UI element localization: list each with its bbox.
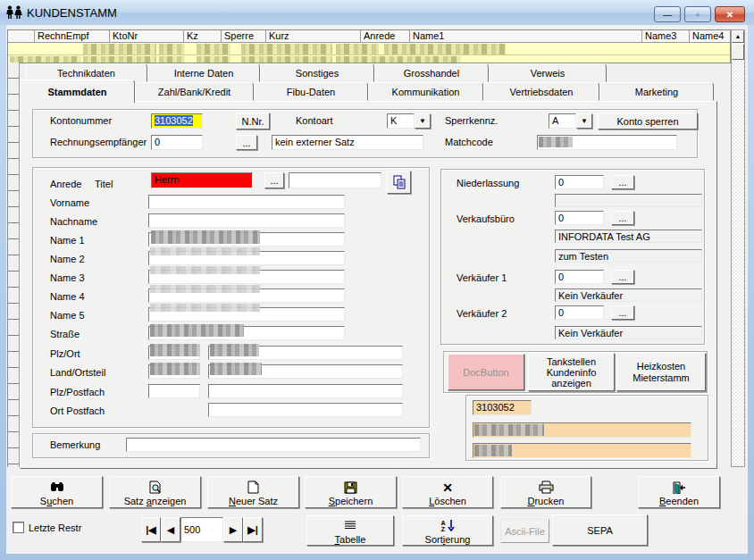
tab-vertriebsdaten[interactable]: Vertriebsdaten — [483, 82, 599, 101]
scrollbar-thumb[interactable] — [732, 44, 744, 60]
anrede-browse-button[interactable]: ... — [264, 172, 284, 188]
title-bar[interactable]: KUNDENSTAMM — ▫ ✕ — [0, 0, 754, 25]
name1-label: Name 1 — [50, 235, 85, 246]
tab-interne-daten[interactable]: Interne Daten — [147, 63, 260, 82]
sepa-button[interactable]: SEPA — [552, 514, 648, 546]
heizkosten-mieterstamm-button[interactable]: Heizkosten Mieterstamm — [616, 353, 706, 391]
sperrkennz-dropdown-button[interactable]: ▼ — [576, 113, 592, 129]
nav-last-button[interactable]: ▶| — [243, 517, 263, 542]
copy-address-button[interactable] — [387, 171, 411, 194]
tab-kommunikation[interactable]: Kommunikation — [368, 82, 483, 101]
verkaeufer2-browse-button[interactable]: ... — [611, 305, 634, 320]
redacted-ort — [210, 344, 259, 356]
grid-col-kurz[interactable]: Kurz — [266, 30, 361, 42]
speichern-button[interactable]: Speichern — [305, 476, 397, 508]
name5-label: Name 5 — [50, 310, 85, 321]
kontoart-select[interactable]: K — [387, 113, 415, 129]
close-icon: ✕ — [726, 10, 733, 20]
verkaufsbuero-browse-button[interactable]: ... — [611, 211, 634, 225]
grid-col-name1[interactable]: Name1 — [410, 30, 642, 42]
grid-row-header-strip — [7, 63, 20, 467]
ellipsis-icon: ... — [618, 213, 626, 223]
tab-zahl-bank-kredit[interactable]: Zahl/Bank/Kredit — [135, 82, 254, 101]
grid-col-ktonr[interactable]: KtoNr — [110, 30, 184, 42]
niederlassung-field[interactable]: 0 — [555, 175, 604, 189]
beenden-button[interactable]: Beenden — [638, 476, 720, 508]
grid-header: RechnEmpf KtoNr Kz Sperre Kurz Anrede Na… — [8, 30, 730, 43]
grid-col-sperre[interactable]: Sperre — [222, 30, 266, 42]
verkaeufer2-field[interactable]: 0 — [555, 305, 604, 320]
copy-icon — [392, 175, 406, 189]
ascii-file-button: Ascii-File — [500, 519, 549, 543]
verkaeufer2-label: Verkäufer 2 — [457, 308, 507, 319]
letzte-restr-checkbox[interactable] — [13, 522, 24, 533]
restore-icon: ▫ — [696, 10, 700, 20]
anrede-field[interactable]: Herrn — [151, 172, 253, 188]
customer-grid[interactable]: RechnEmpf KtoNr Kz Sperre Kurz Anrede Na… — [7, 29, 731, 63]
nav-count-field[interactable]: 500 — [180, 517, 223, 542]
verkaeufer1-browse-button[interactable]: ... — [611, 270, 634, 284]
drucken-button[interactable]: Drucken — [500, 476, 591, 508]
minimize-button[interactable]: — — [654, 6, 681, 22]
verkaufsbuero-name-field: INFORDATA Test AG — [555, 230, 702, 243]
window-title: KUNDENSTAMM — [27, 6, 117, 20]
tab-sonstiges[interactable]: Sonstiges — [260, 63, 374, 82]
grid-col-rechnempf[interactable]: RechnEmpf — [35, 30, 110, 42]
tab-stammdaten[interactable]: Stammdaten — [20, 79, 135, 103]
konto-sperren-button[interactable]: Konto sperren — [598, 113, 698, 130]
niederlassung-browse-button[interactable]: ... — [611, 175, 634, 189]
tankstellen-kundeninfo-button[interactable]: Tankstellen Kundeninfo anzeigen — [528, 353, 615, 391]
grid-col-name4[interactable]: Name4 — [690, 30, 731, 42]
grid-col-kz[interactable]: Kz — [184, 30, 222, 42]
doc-button[interactable]: DocButton — [448, 354, 524, 390]
printer-icon — [539, 481, 554, 495]
plzort-label: Plz/Ort — [50, 348, 80, 359]
client-area: RechnEmpf KtoNr Kz Sperre Kurz Anrede Na… — [6, 25, 748, 554]
loeschen-button[interactable]: ✕ Löschen — [402, 476, 493, 508]
bemerkung-field[interactable] — [126, 438, 421, 452]
tab-verweis[interactable]: Verweis — [489, 63, 607, 82]
nav-first-button[interactable]: |◀ — [141, 517, 161, 542]
redacted-name2 — [150, 247, 260, 255]
restore-button[interactable]: ▫ — [684, 6, 711, 22]
postfach-field[interactable] — [208, 384, 403, 398]
nav-prev-button[interactable]: ◀ — [161, 517, 180, 542]
neuer-satz-button[interactable]: Neuer Satz — [207, 476, 299, 508]
kontoart-dropdown-button[interactable]: ▼ — [415, 113, 431, 129]
scroll-up-button[interactable]: ▲ — [732, 30, 744, 43]
redacted-name4 — [150, 285, 260, 293]
table-row[interactable] — [8, 55, 730, 63]
tab-grosshandel[interactable]: Grosshandel — [374, 63, 489, 82]
grid-vertical-scrollbar[interactable]: ▲ — [731, 29, 745, 467]
verkaufsbuero-field[interactable]: 0 — [555, 211, 604, 225]
delete-x-icon: ✕ — [442, 481, 453, 495]
verkaeufer1-field[interactable]: 0 — [555, 270, 604, 284]
kontonummer-field[interactable]: 3103052 — [151, 113, 203, 129]
grid-col-anrede[interactable]: Anrede — [361, 30, 410, 42]
sortierung-button[interactable]: AZ Sortierung — [402, 515, 493, 546]
tabelle-button[interactable]: Tabelle — [306, 515, 394, 546]
info-konto-field: 3103052 — [473, 400, 532, 415]
close-button[interactable]: ✕ — [715, 6, 745, 22]
niederlassung-label: Niederlassung — [457, 178, 519, 188]
nav-next-button[interactable]: ▶ — [223, 517, 243, 542]
rechnungsempfaenger-browse-button[interactable]: ... — [236, 135, 257, 150]
tab-marketing[interactable]: Marketing — [599, 82, 714, 101]
sperrkennz-select[interactable]: A — [549, 113, 576, 129]
titel-field[interactable] — [289, 172, 381, 188]
tab-fibu-daten[interactable]: Fibu-Daten — [254, 82, 368, 101]
nnr-button[interactable]: N.Nr. — [236, 113, 270, 130]
nachname-field[interactable] — [148, 213, 345, 228]
letzte-restr-label: Letzte Restr — [29, 522, 81, 533]
strasse-label: Straße — [50, 329, 80, 339]
exit-door-icon — [672, 481, 686, 495]
table-row[interactable] — [8, 43, 730, 55]
nav-last-icon: ▶| — [247, 524, 258, 536]
grid-col-name3[interactable]: Name3 — [642, 30, 690, 42]
rechnungsempfaenger-field[interactable]: 0 — [151, 135, 203, 150]
plz-postfach-field[interactable] — [148, 384, 200, 398]
vorname-field[interactable] — [148, 195, 345, 209]
satz-anzeigen-button[interactable]: Satz anzeigen — [109, 476, 201, 508]
ort-postfach-field[interactable] — [208, 403, 403, 417]
suchen-button[interactable]: Suchen — [11, 476, 103, 508]
